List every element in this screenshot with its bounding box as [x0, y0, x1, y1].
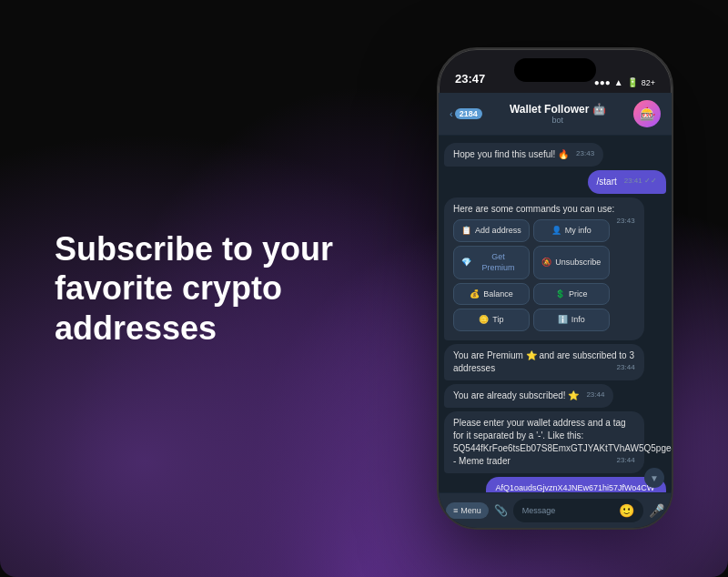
- message-bubble: You are Premium ⭐ and are subscribed to …: [444, 344, 644, 380]
- msg-time: 23:41 ✓✓: [624, 176, 657, 186]
- chevron-down-icon: ▼: [650, 473, 659, 483]
- back-button[interactable]: ‹ 2184: [450, 108, 482, 119]
- attachment-icon[interactable]: 📎: [494, 504, 508, 517]
- cmd-icon: 💎: [461, 257, 471, 268]
- menu-button[interactable]: ≡ Menu: [446, 502, 489, 519]
- star-icon: ⭐: [568, 390, 579, 400]
- cmd-label: Unsubscribe: [555, 257, 601, 268]
- cmd-unsubscribe[interactable]: 🔕 Unsubscribe: [533, 246, 610, 279]
- cmd-label: My info: [565, 225, 592, 237]
- chat-input-bar: ≡ Menu 📎 Message 🙂 🎤: [439, 492, 672, 528]
- cmd-icon: 💰: [470, 288, 480, 300]
- headline: Subscribe to your favorite crypto addres…: [55, 229, 346, 348]
- menu-icon: ≡: [453, 506, 458, 515]
- cmd-label: Get Premium: [475, 251, 521, 274]
- cmd-price[interactable]: 💲 Price: [533, 283, 610, 306]
- status-icons: ●●● ▲ 🔋 82+: [594, 77, 655, 87]
- bot-name: Wallet Follower 🤖: [482, 103, 633, 116]
- menu-label: Menu: [460, 506, 481, 515]
- cmd-label: Add address: [475, 225, 521, 237]
- cmd-balance[interactable]: 💰 Balance: [453, 283, 530, 306]
- dynamic-island: [514, 58, 596, 82]
- chat-avatar[interactable]: 🎰: [633, 100, 661, 127]
- back-chevron: ‹: [450, 108, 453, 119]
- msg-time: 23:43: [576, 148, 594, 158]
- cmd-icon: 🪙: [479, 314, 489, 326]
- message-item: /start 23:41 ✓✓: [588, 170, 666, 194]
- message-placeholder: Message: [522, 506, 556, 515]
- cmd-info[interactable]: ℹ️ Info: [533, 309, 610, 331]
- cmd-label: Tip: [492, 314, 503, 326]
- msg-time: 23:44: [617, 362, 635, 372]
- cmd-label: Price: [569, 288, 588, 300]
- cmd-label: Info: [571, 314, 585, 326]
- header-left: ‹ 2184: [450, 108, 482, 119]
- page-wrapper: Subscribe to your favorite crypto addres…: [0, 0, 728, 577]
- avatar-emoji: 🎰: [640, 106, 655, 121]
- battery-pct: 82+: [642, 78, 655, 87]
- message-item: AfQ1oaudsGjvznX4JNEw671hi57JfWo4CWqhtkdg…: [466, 477, 666, 492]
- voice-record-button[interactable]: 🎤: [649, 503, 664, 518]
- message-item: Please enter your wallet address and a t…: [444, 411, 644, 473]
- wifi-icon: ▲: [614, 77, 623, 87]
- cmd-my-info[interactable]: 👤 My info: [533, 219, 610, 242]
- cmd-label: Balance: [483, 288, 513, 300]
- message-item: Here are some commands you can use: 23:4…: [444, 197, 644, 340]
- msg-time: 23:44: [617, 455, 635, 465]
- msg-time: 23:43: [617, 216, 635, 226]
- cmd-icon: 🔕: [541, 257, 551, 268]
- message-item: Hope you find this useful! 🔥 23:43: [444, 143, 603, 167]
- message-bubble: Hope you find this useful! 🔥 23:43: [444, 143, 603, 167]
- message-input[interactable]: Message 🙂: [513, 499, 643, 522]
- back-count: 2184: [455, 108, 482, 119]
- left-content: Subscribe to your favorite crypto addres…: [55, 229, 346, 348]
- chat-area: ‹ 2184 Wallet Follower 🤖 bot 🎰 Hope: [439, 93, 672, 528]
- cmd-icon: 📋: [461, 225, 471, 237]
- messages-list: Hope you find this useful! 🔥 23:43 /star…: [439, 136, 672, 492]
- cmd-icon: ℹ️: [558, 314, 568, 326]
- star-icon: ⭐: [526, 350, 537, 360]
- battery-icon: 🔋: [627, 77, 638, 87]
- signal-icon: ●●●: [594, 77, 611, 87]
- scroll-down-button[interactable]: ▼: [644, 468, 664, 488]
- status-time: 23:47: [455, 72, 485, 87]
- cmd-add-address[interactable]: 📋 Add address: [453, 219, 530, 242]
- emoji-icon: 🙂: [619, 503, 634, 518]
- bot-subtitle: bot: [482, 116, 633, 125]
- cmd-icon: 💲: [555, 288, 565, 300]
- msg-time: 23:44: [586, 390, 604, 400]
- message-bubble: Here are some commands you can use: 23:4…: [444, 197, 644, 340]
- cmd-get-premium[interactable]: 💎 Get Premium: [453, 246, 530, 279]
- address-bubble: AfQ1oaudsGjvznX4JNEw671hi57JfWo4CWqhtkdg…: [486, 477, 666, 492]
- message-bubble: /start 23:41 ✓✓: [588, 170, 666, 194]
- message-bubble: Please enter your wallet address and a t…: [444, 411, 644, 473]
- header-center: Wallet Follower 🤖 bot: [482, 103, 633, 125]
- cmd-tip[interactable]: 🪙 Tip: [453, 309, 530, 331]
- phone-mockup: 23:47 ●●● ▲ 🔋 82+ ‹ 2184 Wallet Followe: [437, 47, 673, 530]
- message-item: You are already subscribed! ⭐ 23:44: [444, 384, 613, 408]
- message-bubble: You are already subscribed! ⭐ 23:44: [444, 384, 613, 408]
- message-item: You are Premium ⭐ and are subscribed to …: [444, 344, 644, 380]
- commands-grid: 📋 Add address 👤 My info 💎 Get Premium: [453, 219, 610, 331]
- chat-header: ‹ 2184 Wallet Follower 🤖 bot 🎰: [439, 93, 672, 136]
- cmd-icon: 👤: [551, 225, 561, 237]
